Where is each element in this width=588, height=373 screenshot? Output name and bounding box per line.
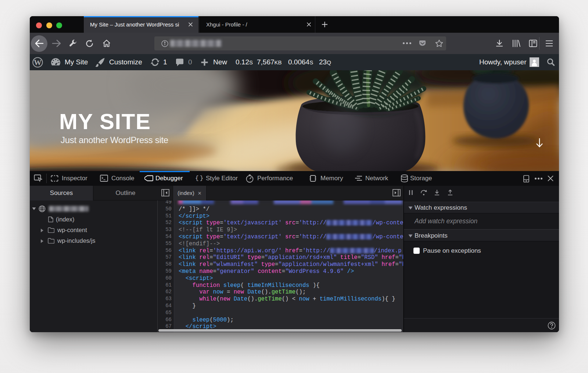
svg-text:W: W <box>34 58 42 67</box>
